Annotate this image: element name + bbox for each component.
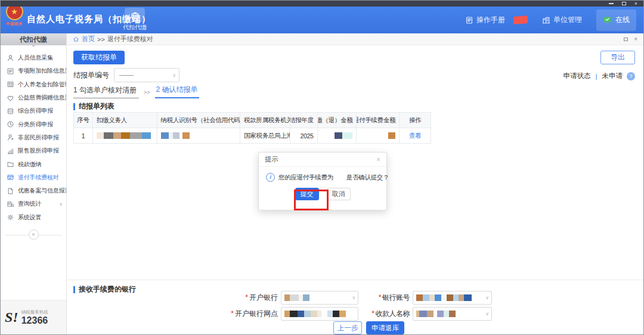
- report-number-row: 结报单编号 —— ∨: [73, 68, 179, 82]
- sidebar-item-query-statistics[interactable]: 查询统计 ∨: [1, 197, 66, 210]
- sidebar-item-special-deduction[interactable]: 专项附加扣除信息采集: [1, 64, 66, 77]
- step-2-tab[interactable]: 2 确认结报单: [155, 85, 199, 98]
- payee-label: *收款人名称: [366, 309, 410, 319]
- window-titlebar: ×: [1, 1, 643, 7]
- report-number-select[interactable]: —— ∨: [114, 68, 179, 82]
- report-list-section-title: 结报单列表: [73, 101, 114, 111]
- sidebar-item-fee-refund-check[interactable]: 退付手续费核对: [1, 171, 66, 184]
- logo-caption: 中国税务: [4, 21, 24, 27]
- item-label: 查询统计: [18, 200, 41, 208]
- col-report-year: 结报年度: [290, 113, 318, 128]
- deduction-list-icon: [7, 67, 14, 75]
- payee-select[interactable]: ∨: [413, 307, 492, 321]
- minimize-icon[interactable]: [609, 3, 614, 4]
- sidebar-item-charity-donation[interactable]: 公益慈善捐赠信息采集: [1, 91, 66, 104]
- table-header-row: 序号 扣缴义务人 纳税人识别号（社会信用代码） 税款所属税务机关 结报年度 实缴…: [74, 113, 431, 128]
- apply-refund-button[interactable]: 申请退库: [366, 321, 404, 334]
- org-management-label: 单位管理: [553, 15, 582, 25]
- hotline-block: S! 纳税服务热线 12366: [1, 300, 66, 334]
- app-window: × ★ 中国税务 自然人电子税务局（扣缴端） 代扣代缴 操作手册 单位管理: [0, 0, 644, 335]
- sidebar-item-system-settings[interactable]: 系统设置: [1, 211, 66, 224]
- building-icon: [542, 16, 550, 24]
- branch-value-redacted: [284, 311, 346, 317]
- table-row: 1 国家税务总局上海市.. 2025 查看: [74, 128, 431, 143]
- sidebar-item-nonresident-income[interactable]: 非居民所得申报: [1, 131, 66, 144]
- col-tax-authority: 税款所属税务机关: [240, 113, 290, 128]
- cell-refund-fee-redacted: [357, 128, 400, 143]
- item-label: 公益慈善捐赠信息采集: [18, 94, 66, 102]
- restore-icon[interactable]: [622, 2, 626, 5]
- step-1-tab[interactable]: 1 勾选单户核对清册: [73, 85, 139, 98]
- bank-form-row-2: *开户银行网点 *收款人名称 ∨: [186, 307, 492, 321]
- bank-select[interactable]: ∨: [281, 291, 358, 305]
- collapse-sidebar-button[interactable]: «: [29, 229, 39, 240]
- cell-paid-amount-redacted: [318, 128, 357, 143]
- chevron-down-icon: ∨: [485, 311, 489, 317]
- previous-step-button[interactable]: 上一步: [333, 321, 362, 334]
- breadcrumb-separator: >>: [97, 36, 105, 43]
- breadcrumb-home[interactable]: 首页: [82, 35, 95, 44]
- fetch-report-button[interactable]: 获取结报单: [73, 51, 125, 64]
- online-status[interactable]: 在线: [596, 10, 636, 31]
- person-icon: [7, 54, 14, 62]
- col-taxpayer-id: 纳税人识别号（社会信用代码）: [157, 113, 240, 128]
- settings-gear-icon: [7, 213, 14, 221]
- tab-withholding[interactable]: 代扣代缴: [119, 8, 151, 32]
- report-table: 序号 扣缴义务人 纳税人识别号（社会信用代码） 税款所属税务机关 结报年度 实缴…: [73, 112, 431, 144]
- sidebar-item-restricted-stock[interactable]: 限售股所得申报: [1, 144, 66, 157]
- donation-icon: [7, 94, 14, 102]
- item-label: 限售股所得申报: [18, 147, 59, 155]
- view-link[interactable]: 查看: [409, 132, 421, 140]
- preferential-icon: [7, 187, 14, 195]
- nonresident-income-icon: [7, 134, 14, 141]
- account-value-redacted: [416, 294, 472, 301]
- dialog-header: 提示 ×: [259, 153, 386, 167]
- hotline-label: 纳税服务热线: [21, 309, 48, 315]
- sidebar-item-preferential-filing[interactable]: 优惠备案与信息报送 ∨: [1, 184, 66, 197]
- sidebar-item-pension-deduction[interactable]: 个人养老金扣除管理: [1, 78, 66, 91]
- chevron-down-icon: ∨: [59, 201, 63, 207]
- close-icon[interactable]: ×: [634, 1, 637, 7]
- hotline-number: 12366: [21, 315, 48, 326]
- cell-report-year: 2025: [290, 128, 318, 143]
- chevron-down-icon: ∨: [352, 295, 355, 300]
- cell-tax-authority: 国家税务总局上海市..: [240, 128, 290, 143]
- export-button[interactable]: 导出: [600, 51, 635, 64]
- chevron-down-icon: ∨: [172, 73, 176, 78]
- org-management-button[interactable]: 单位管理: [542, 15, 582, 25]
- panel-close-icon[interactable]: ×: [634, 36, 637, 42]
- submit-button[interactable]: 提交: [295, 188, 319, 200]
- section-bar: [73, 103, 75, 110]
- bank-value-redacted: [284, 294, 309, 301]
- payee-value-redacted: [416, 311, 456, 317]
- col-withholding-agent: 扣缴义务人: [93, 113, 157, 128]
- hotline-icon: S!: [5, 309, 18, 325]
- info-icon: i: [266, 173, 275, 182]
- account-select[interactable]: ∨: [413, 291, 492, 305]
- cell-index: 1: [74, 128, 93, 143]
- monitor-check-icon: [603, 15, 612, 24]
- item-label: 专项附加扣除信息采集: [18, 67, 66, 75]
- status-value: 未申请: [602, 72, 623, 80]
- branch-label: *开户银行网点: [186, 309, 278, 319]
- tax-bureau-logo: ★ 中国税务: [4, 3, 24, 27]
- application-status: 申请状态 | 未申请 ?: [564, 72, 636, 80]
- sidebar: 代扣代缴 人员信息采集 专项附加扣除信息采集 个人养老金扣除管理 公益慈善捐赠信…: [1, 33, 67, 334]
- col-refund-fee: 退付手续费金额: [357, 113, 400, 128]
- branch-input[interactable]: [281, 307, 358, 321]
- section-label: 结报单列表: [79, 101, 114, 111]
- panel-restore-icon[interactable]: [624, 38, 628, 41]
- sidebar-item-classified-income[interactable]: 分类所得申报: [1, 117, 66, 131]
- dialog-close-icon[interactable]: ×: [376, 156, 380, 164]
- sidebar-item-personnel-info[interactable]: 人员信息采集: [1, 51, 66, 64]
- app-header: ★ 中国税务 自然人电子税务局（扣缴端） 代扣代缴 操作手册 单位管理 在线: [1, 7, 643, 33]
- breadcrumb: 首页 >> 退付手续费核对 ×: [67, 33, 643, 45]
- manual-button[interactable]: 操作手册: [465, 15, 505, 25]
- cancel-button[interactable]: 取消: [327, 188, 351, 200]
- sidebar-item-comprehensive-income[interactable]: 综合所得申报: [1, 104, 66, 117]
- item-label: 个人养老金扣除管理: [18, 80, 66, 89]
- report-number-value: ——: [119, 71, 134, 79]
- help-icon[interactable]: ?: [627, 72, 635, 80]
- sidebar-item-tax-payment[interactable]: 税款缴纳: [1, 157, 66, 170]
- item-label: 系统设置: [18, 213, 41, 222]
